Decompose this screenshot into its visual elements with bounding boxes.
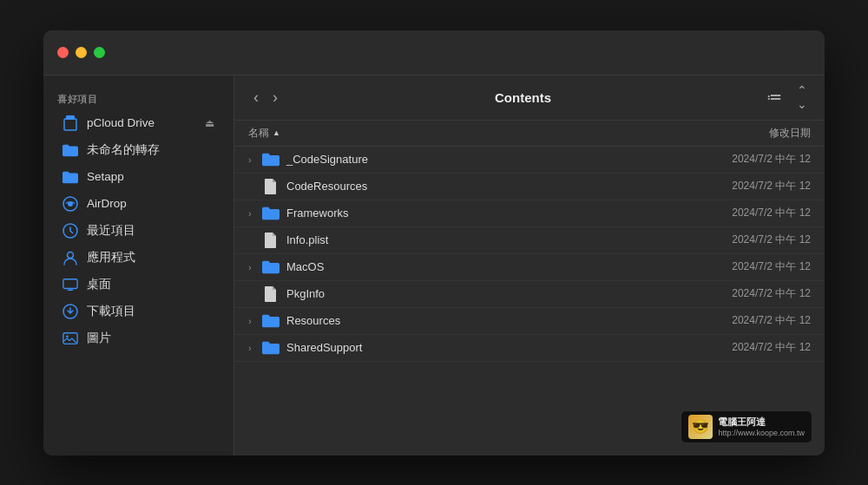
folder-icon bbox=[262, 151, 279, 168]
sidebar-item-recents[interactable]: 最近項目 bbox=[49, 218, 228, 244]
forward-button[interactable]: › bbox=[267, 87, 283, 108]
watermark: 😎 電腦王阿達 http://www.koope.com.tw bbox=[681, 410, 812, 443]
watermark-title: 電腦王阿達 bbox=[718, 416, 805, 429]
close-button[interactable] bbox=[57, 47, 69, 58]
list-view-button[interactable]: ≔ bbox=[763, 86, 786, 108]
downloads-icon bbox=[62, 304, 78, 319]
expand-icon[interactable]: › bbox=[248, 316, 262, 326]
apps-icon bbox=[62, 250, 78, 265]
main-content: 喜好項目 pCloud Drive ⏏ bbox=[43, 75, 825, 456]
expand-icon[interactable]: › bbox=[248, 154, 262, 165]
sidebar-item-apps[interactable]: 應用程式 bbox=[49, 245, 228, 271]
file-date: 2024/7/2 中午 12 bbox=[654, 259, 811, 274]
watermark-avatar: 😎 bbox=[688, 415, 713, 439]
pcloud-icon bbox=[62, 115, 78, 131]
sidebar-item-airdrop[interactable]: AirDrop bbox=[49, 191, 228, 217]
favorites-label: 喜好項目 bbox=[43, 86, 233, 109]
downloads-label: 下載項目 bbox=[87, 304, 135, 319]
eject-icon[interactable]: ⏏ bbox=[205, 117, 214, 129]
minimize-button[interactable] bbox=[76, 47, 87, 58]
expand-icon[interactable]: › bbox=[248, 262, 262, 272]
sidebar-item-desktop[interactable]: 桌面 bbox=[49, 272, 228, 298]
apps-label: 應用程式 bbox=[87, 250, 135, 265]
main-panel: ‹ › Contents ≔ ⌃⌄ 名稱 ▲ bbox=[234, 75, 825, 456]
col-name-label: 名稱 bbox=[248, 126, 269, 141]
col-date-header[interactable]: 修改日期 bbox=[654, 126, 811, 141]
folder-icon-unnamed bbox=[62, 142, 78, 158]
svg-rect-6 bbox=[63, 279, 77, 288]
file-list-header: 名稱 ▲ 修改日期 bbox=[234, 121, 825, 147]
sidebar: 喜好項目 pCloud Drive ⏏ bbox=[43, 75, 234, 456]
file-name: MacOS bbox=[286, 260, 654, 273]
pcloud-label: pCloud Drive bbox=[87, 116, 155, 129]
airdrop-icon bbox=[62, 196, 78, 212]
watermark-text: 電腦王阿達 http://www.koope.com.tw bbox=[718, 416, 805, 437]
file-date: 2024/7/2 中午 12 bbox=[654, 313, 811, 328]
file-icon-doc bbox=[262, 232, 279, 249]
sort-arrow-icon: ▲ bbox=[273, 128, 280, 137]
expand-icon[interactable]: › bbox=[248, 343, 262, 353]
folder-icon bbox=[262, 312, 279, 330]
file-name: PkgInfo bbox=[286, 287, 654, 300]
sidebar-item-setapp[interactable]: Setapp bbox=[49, 164, 228, 190]
file-name: CodeResources bbox=[286, 180, 654, 193]
recents-icon bbox=[62, 223, 78, 239]
file-date: 2024/7/2 中午 12 bbox=[654, 286, 811, 301]
pictures-label: 圖片 bbox=[87, 331, 111, 346]
file-date: 2024/7/2 中午 12 bbox=[654, 179, 811, 193]
svg-rect-0 bbox=[64, 119, 76, 130]
svg-point-5 bbox=[68, 252, 74, 258]
folder-icon bbox=[262, 205, 279, 222]
folder-icon bbox=[262, 259, 279, 276]
file-row[interactable]: PkgInfo2024/7/2 中午 12 bbox=[234, 281, 825, 308]
file-icon-doc bbox=[262, 178, 279, 195]
airdrop-label: AirDrop bbox=[87, 197, 127, 210]
file-name: Resources bbox=[286, 314, 654, 327]
file-row[interactable]: › Resources2024/7/2 中午 12 bbox=[234, 308, 825, 335]
traffic-lights bbox=[43, 47, 119, 58]
titlebar bbox=[43, 30, 825, 75]
toolbar-actions: ≔ ⌃⌄ bbox=[763, 82, 811, 113]
setapp-label: Setapp bbox=[87, 170, 124, 183]
pictures-icon bbox=[62, 331, 78, 346]
sidebar-item-pcloud[interactable]: pCloud Drive ⏏ bbox=[49, 110, 228, 136]
toolbar: ‹ › Contents ≔ ⌃⌄ bbox=[234, 75, 825, 121]
file-name: _CodeSignature bbox=[286, 153, 654, 166]
desktop-label: 桌面 bbox=[87, 277, 111, 292]
sidebar-item-downloads[interactable]: 下載項目 bbox=[49, 298, 228, 324]
sidebar-item-pictures[interactable]: 圖片 bbox=[49, 325, 228, 351]
unnamed-label: 未命名的轉存 bbox=[87, 142, 160, 158]
finder-window: 喜好項目 pCloud Drive ⏏ bbox=[43, 30, 825, 456]
file-row[interactable]: › SharedSupport2024/7/2 中午 12 bbox=[234, 335, 825, 362]
maximize-button[interactable] bbox=[94, 47, 105, 58]
file-rows-container: › _CodeSignature2024/7/2 中午 12 CodeResou… bbox=[234, 147, 825, 362]
file-date: 2024/7/2 中午 12 bbox=[654, 233, 811, 247]
sort-button[interactable]: ⌃⌄ bbox=[793, 82, 811, 113]
file-list: 名稱 ▲ 修改日期 › _CodeSignature2024/7/2 中午 12… bbox=[234, 121, 825, 456]
file-row[interactable]: › MacOS2024/7/2 中午 12 bbox=[234, 254, 825, 281]
sidebar-item-unnamed[interactable]: 未命名的轉存 bbox=[49, 137, 228, 163]
file-row[interactable]: Info.plist2024/7/2 中午 12 bbox=[234, 227, 825, 254]
folder-icon-setapp bbox=[62, 169, 78, 185]
file-date: 2024/7/2 中午 12 bbox=[654, 206, 811, 220]
watermark-box: 😎 電腦王阿達 http://www.koope.com.tw bbox=[681, 410, 812, 443]
file-date: 2024/7/2 中午 12 bbox=[654, 340, 811, 355]
file-name: Frameworks bbox=[286, 206, 654, 220]
file-row[interactable]: › _CodeSignature2024/7/2 中午 12 bbox=[234, 147, 825, 174]
desktop-icon bbox=[62, 277, 78, 292]
col-name-header[interactable]: 名稱 ▲ bbox=[248, 126, 654, 141]
svg-point-9 bbox=[66, 335, 69, 338]
svg-rect-1 bbox=[66, 115, 75, 120]
watermark-url: http://www.koope.com.tw bbox=[718, 429, 805, 437]
file-icon-doc bbox=[262, 285, 279, 303]
file-date: 2024/7/2 中午 12 bbox=[654, 152, 811, 167]
toolbar-title: Contents bbox=[293, 90, 753, 105]
expand-icon[interactable]: › bbox=[248, 208, 262, 219]
file-name: SharedSupport bbox=[286, 341, 654, 354]
nav-buttons: ‹ › bbox=[248, 87, 283, 108]
back-button[interactable]: ‹ bbox=[248, 87, 264, 108]
file-row[interactable]: CodeResources2024/7/2 中午 12 bbox=[234, 174, 825, 200]
file-name: Info.plist bbox=[286, 233, 654, 246]
file-row[interactable]: › Frameworks2024/7/2 中午 12 bbox=[234, 200, 825, 227]
recents-label: 最近項目 bbox=[87, 223, 135, 239]
